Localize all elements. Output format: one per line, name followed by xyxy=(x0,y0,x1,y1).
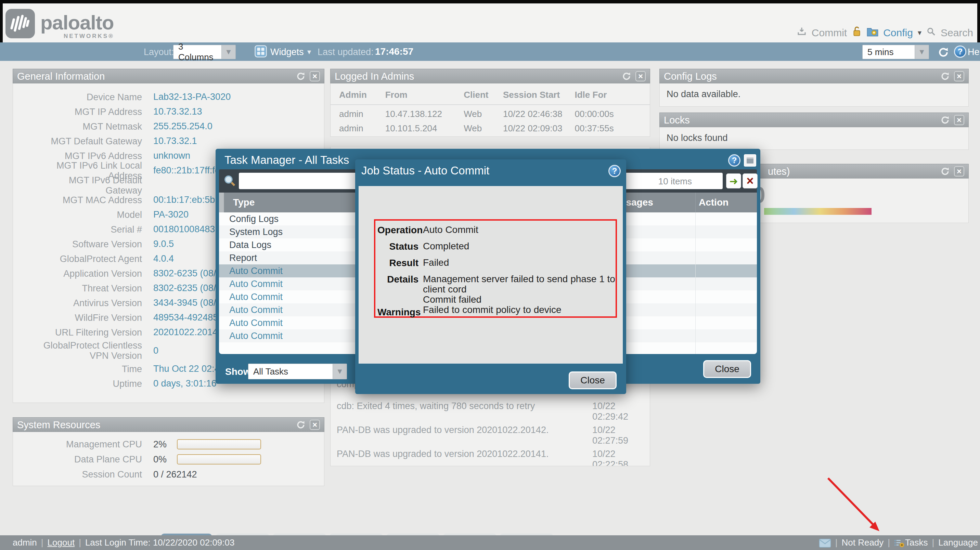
info-label: Time xyxy=(32,364,142,374)
widget-close-icon[interactable]: × xyxy=(635,71,646,81)
commit-icon xyxy=(797,26,807,39)
language-button[interactable]: Language xyxy=(938,537,978,548)
layout-value: 3 Columns xyxy=(173,45,221,59)
resource-value: 2% xyxy=(153,439,167,450)
widget-refresh-icon[interactable] xyxy=(940,166,951,177)
widgets-caret-icon[interactable]: ▾ xyxy=(307,48,311,56)
brand-sub: NETWORKS® xyxy=(64,33,114,40)
dialog-title: Job Status - Auto Commit xyxy=(361,164,489,177)
info-label: MGT IPv6 Default Gateway xyxy=(32,175,142,196)
search-button[interactable]: Search xyxy=(941,27,973,39)
config-logs-body: No data available. xyxy=(659,83,969,107)
widgets-grid-icon[interactable] xyxy=(255,45,267,59)
task-manager-close-button[interactable]: Close xyxy=(703,360,751,378)
table-left-strip xyxy=(219,192,224,212)
info-label: MGT Default Gateway xyxy=(32,136,142,146)
lock-icon[interactable] xyxy=(852,26,862,39)
status-bar: admin | Logout | Last Login Time: 10/22/… xyxy=(0,535,980,550)
info-label: Serial # xyxy=(32,224,142,235)
restore-window-icon[interactable] xyxy=(744,154,756,167)
paloalto-logo-icon xyxy=(5,9,35,40)
field-label: Operation xyxy=(377,225,418,236)
widget-title: Logged In Admins xyxy=(335,71,414,82)
col-session-start: Session Start xyxy=(503,90,575,100)
logged-in-user: admin xyxy=(13,537,37,548)
widget-refresh-icon[interactable] xyxy=(940,71,951,82)
col-admin: Admin xyxy=(339,90,385,100)
info-label: MGT MAC Address xyxy=(32,195,142,205)
widget-title: General Information xyxy=(17,71,105,82)
field-value: Failed xyxy=(423,258,449,269)
info-value: 001801008483 xyxy=(153,224,215,235)
widget-close-icon[interactable]: × xyxy=(310,420,320,430)
show-select[interactable]: All Tasks ▼ xyxy=(248,364,347,379)
show-dropdown-icon[interactable]: ▼ xyxy=(332,364,347,379)
help-icon[interactable]: ? xyxy=(608,165,621,177)
window-right-edge xyxy=(977,3,980,43)
commit-button[interactable]: Commit xyxy=(811,27,847,39)
tasks-icon xyxy=(894,537,905,548)
info-value: 20201022.20146 xyxy=(153,327,223,338)
widget-refresh-icon[interactable] xyxy=(621,71,632,82)
refresh-interval-value: 5 mins xyxy=(862,45,915,59)
widget-close-icon[interactable]: × xyxy=(310,71,320,81)
system-resources-header: System Resources × xyxy=(13,417,325,432)
refresh-interval-select[interactable]: 5 mins ▼ xyxy=(862,45,929,59)
apply-filter-button[interactable]: ➜ xyxy=(726,173,741,188)
logged-in-admins-body: Admin From Client Session Start Idle For… xyxy=(330,83,650,137)
refresh-icon[interactable] xyxy=(937,46,949,59)
resource-label: Data Plane CPU xyxy=(32,454,142,464)
cpu-progress-bar xyxy=(177,439,261,450)
info-label: Antivirus Version xyxy=(32,298,142,308)
layout-select[interactable]: 3 Columns ▼ xyxy=(173,45,236,59)
info-value: unknown xyxy=(153,151,190,161)
info-value: PA-3020 xyxy=(153,209,189,220)
field-label: Warnings xyxy=(377,307,418,318)
items-count: 10 items xyxy=(659,176,692,187)
info-label: GlobalProtect Clientless VPN Version xyxy=(32,340,142,361)
field-label: Result xyxy=(377,258,418,269)
job-status-dialog: Job Status - Auto Commit ? Operation Aut… xyxy=(355,159,626,394)
widget-refresh-icon[interactable] xyxy=(940,114,951,126)
envelope-icon xyxy=(819,537,831,548)
info-label: Application Version xyxy=(32,269,142,279)
config-caret-icon[interactable]: ▾ xyxy=(918,29,921,37)
info-value: 4.0.4 xyxy=(153,253,174,264)
help-label[interactable]: Help xyxy=(968,47,980,57)
last-updated-value: 17:46:57 xyxy=(375,46,414,57)
widgets-menu[interactable]: Widgets xyxy=(270,47,304,57)
widget-close-icon[interactable]: × xyxy=(954,71,964,81)
info-value: 0 xyxy=(153,345,158,356)
info-value: 255.255.254.0 xyxy=(153,121,213,132)
risk-gradient-bar xyxy=(764,208,872,215)
info-label: Software Version xyxy=(32,239,142,250)
layout-dropdown-icon[interactable]: ▼ xyxy=(221,45,235,59)
system-resources-body: Management CPU 2% Data Plane CPU 0% Sess… xyxy=(13,432,325,486)
search-icon xyxy=(223,174,236,188)
info-label: WildFire Version xyxy=(32,313,142,323)
log-row: cdb: Exited 4 times, waiting 780 seconds… xyxy=(337,401,644,422)
empty-state-text: No data available. xyxy=(660,83,968,105)
help-icon[interactable]: ? xyxy=(728,154,740,167)
widget-refresh-icon[interactable] xyxy=(295,71,306,82)
clear-filter-button[interactable]: × xyxy=(743,173,757,188)
show-label: Show xyxy=(225,366,251,377)
widget-close-icon[interactable]: × xyxy=(954,115,964,125)
general-information-header: General Information × xyxy=(13,69,325,84)
last-login-time: Last Login Time: 10/22/2020 02:09:03 xyxy=(85,537,235,548)
field-value: Auto Commit xyxy=(423,225,478,236)
config-menu[interactable]: Config xyxy=(883,27,913,39)
job-status-content: Operation Auto Commit Status Completed R… xyxy=(359,186,623,364)
job-status-close-button[interactable]: Close xyxy=(569,372,617,389)
tasks-button[interactable]: Tasks xyxy=(905,537,928,548)
logout-link[interactable]: Logout xyxy=(48,537,75,548)
info-label: GlobalProtect Agent xyxy=(32,254,142,264)
widget-close-icon[interactable]: × xyxy=(954,166,964,176)
help-icon[interactable]: ? xyxy=(954,46,966,58)
refresh-interval-dropdown-icon[interactable]: ▼ xyxy=(915,45,929,59)
info-value: 0 days, 3:01:16 xyxy=(153,378,216,389)
widget-refresh-icon[interactable] xyxy=(295,419,306,430)
table-row: admin 10.47.138.122 Web 10/22 02:46:38 0… xyxy=(331,105,650,119)
info-label: MGT IPv6 Address xyxy=(32,151,142,161)
brand-wordmark: paloalto xyxy=(40,11,114,34)
